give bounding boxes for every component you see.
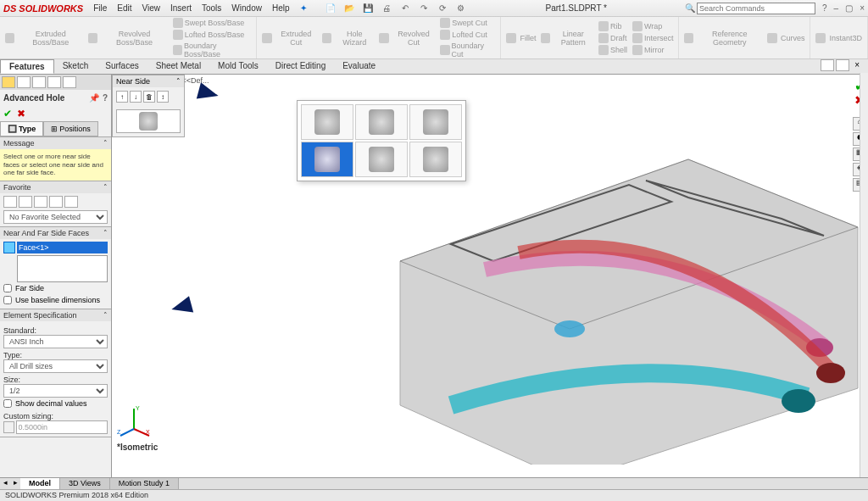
view-triad[interactable]: Y X Z *Isometric: [117, 404, 158, 452]
instant3d-button[interactable]: Instant3D: [815, 32, 862, 44]
help-icon[interactable]: ?: [822, 3, 827, 13]
element-spec-header[interactable]: Element Specification˄: [0, 309, 111, 321]
face-selection-box[interactable]: [17, 255, 108, 282]
boundary-boss-button[interactable]: Boundary Boss/Base: [173, 41, 252, 59]
intersect-button[interactable]: Intersect: [632, 32, 674, 44]
3d-model[interactable]: [349, 109, 868, 465]
insert-below-icon[interactable]: ↓: [130, 91, 142, 103]
model-tab[interactable]: Model: [20, 478, 60, 489]
cancel-button[interactable]: ✖: [17, 108, 25, 120]
tab-sheet-metal[interactable]: Sheet Metal: [147, 59, 209, 74]
open-icon[interactable]: 📂: [342, 3, 356, 13]
fav-delete-icon[interactable]: [34, 196, 47, 208]
tab-mold-tools[interactable]: Mold Tools: [209, 59, 267, 74]
new-icon[interactable]: 📄: [324, 3, 337, 13]
print-icon[interactable]: 🖨: [380, 3, 393, 13]
undo-icon[interactable]: ↶: [398, 3, 412, 13]
collapse-icon[interactable]: [836, 59, 849, 71]
insert-above-icon[interactable]: ↑: [116, 91, 128, 103]
ok-button[interactable]: ✔: [3, 108, 12, 120]
menu-insert[interactable]: Insert: [170, 3, 192, 13]
lofted-boss-button[interactable]: Lofted Boss/Base: [173, 29, 252, 41]
menu-help[interactable]: Help: [272, 3, 290, 13]
rebuild-icon[interactable]: ⟳: [436, 3, 449, 13]
tab-features[interactable]: Features: [0, 59, 54, 74]
draft-button[interactable]: Draft: [598, 32, 627, 44]
face-selector-icon[interactable]: [3, 242, 15, 253]
swept-boss-button[interactable]: Swept Boss/Base: [173, 17, 252, 29]
vertical-scrollbar[interactable]: [860, 73, 868, 477]
delete-element-icon[interactable]: 🗑: [143, 91, 155, 103]
tab-evaluate[interactable]: Evaluate: [334, 59, 384, 74]
counterbore-near-icon[interactable]: [301, 104, 353, 140]
tab-scroll-left-icon[interactable]: ◂: [0, 478, 10, 489]
fav-add-icon[interactable]: [19, 196, 32, 208]
graphics-viewport[interactable]: ▸ ⬢ Part1 (Default<<Def... Near Side˄ ↑ …: [112, 75, 868, 477]
menu-file[interactable]: File: [93, 3, 107, 13]
far-side-checkbox[interactable]: [3, 284, 12, 292]
collapse-icon[interactable]: ˄: [103, 311, 108, 320]
options-icon[interactable]: ⚙: [454, 3, 468, 13]
tab-sketch[interactable]: Sketch: [54, 59, 97, 74]
collapse-icon[interactable]: ˄: [103, 183, 108, 192]
use-baseline-checkbox[interactable]: [3, 296, 12, 304]
maximize-icon[interactable]: ▢: [845, 3, 853, 13]
help-fm-icon[interactable]: ?: [103, 93, 108, 103]
menu-pin-icon[interactable]: ✦: [300, 3, 307, 13]
dim-expert-tab-icon[interactable]: [47, 76, 61, 88]
close-icon[interactable]: ×: [860, 3, 865, 13]
fillet-button[interactable]: Fillet: [506, 20, 536, 56]
property-mgr-tab-icon[interactable]: [17, 76, 31, 88]
fav-save-icon[interactable]: [49, 196, 63, 208]
fav-apply-icon[interactable]: [3, 196, 17, 208]
tab-direct-editing[interactable]: Direct Editing: [267, 59, 334, 74]
positions-tab[interactable]: ⊞Positions: [43, 121, 98, 136]
mirror-button[interactable]: Mirror: [632, 44, 674, 56]
hole-wizard-button[interactable]: Hole Wizard: [322, 17, 374, 59]
custom-sizing-input[interactable]: [16, 420, 108, 434]
fav-load-icon[interactable]: [64, 196, 78, 208]
motion-study-tab[interactable]: Motion Study 1: [110, 478, 179, 489]
revolved-cut-button[interactable]: Revolved Cut: [379, 17, 435, 59]
message-header[interactable]: Message˄: [0, 137, 111, 149]
display-mgr-tab-icon[interactable]: [63, 76, 76, 88]
wrap-button[interactable]: Wrap: [632, 20, 674, 32]
feature-tree-tab-icon[interactable]: [2, 76, 15, 88]
type-select[interactable]: All Drill sizes: [3, 359, 108, 373]
curves-button[interactable]: Curves: [767, 29, 805, 47]
favorite-select[interactable]: No Favorite Selected: [3, 210, 108, 224]
swept-cut-button[interactable]: Swept Cut: [440, 17, 495, 29]
save-icon[interactable]: 💾: [361, 3, 375, 13]
revolved-boss-button[interactable]: Revolved Boss/Base: [88, 17, 168, 59]
extruded-boss-button[interactable]: Extruded Boss/Base: [5, 17, 83, 59]
menu-edit[interactable]: Edit: [117, 3, 131, 13]
redo-icon[interactable]: ↷: [417, 3, 431, 13]
collapse-icon[interactable]: ˄: [103, 139, 108, 148]
shell-button[interactable]: Shell: [598, 44, 627, 56]
hole-simple-icon[interactable]: [301, 142, 353, 177]
ref-geometry-button[interactable]: Reference Geometry: [684, 29, 762, 47]
menu-view[interactable]: View: [142, 3, 160, 13]
collapse-icon[interactable]: ˄: [103, 229, 108, 237]
boundary-cut-button[interactable]: Boundary Cut: [440, 41, 495, 59]
extruded-cut-button[interactable]: Extruded Cut: [262, 17, 317, 59]
config-mgr-tab-icon[interactable]: [32, 76, 46, 88]
rib-button[interactable]: Rib: [598, 20, 627, 32]
expand-tree-icon[interactable]: [821, 59, 834, 71]
hole-element-preview[interactable]: [116, 109, 181, 133]
show-decimal-checkbox[interactable]: [3, 399, 12, 408]
favorite-header[interactable]: Favorite˄: [0, 181, 111, 193]
tab-scroll-right-icon[interactable]: ▸: [10, 478, 20, 489]
selected-face[interactable]: Face<1>: [17, 242, 108, 253]
size-select[interactable]: 1/2: [3, 384, 108, 398]
near-side-collapse-icon[interactable]: ˄: [176, 77, 181, 86]
minimize-icon[interactable]: –: [834, 3, 839, 13]
lofted-cut-button[interactable]: Lofted Cut: [440, 29, 495, 41]
linear-pattern-button[interactable]: Linear Pattern: [541, 20, 593, 56]
tab-surfaces[interactable]: Surfaces: [97, 59, 147, 74]
menu-window[interactable]: Window: [231, 3, 262, 13]
standard-select[interactable]: ANSI Inch: [3, 335, 108, 348]
doc-close-icon[interactable]: ×: [851, 59, 863, 74]
type-tab[interactable]: 🔲Type: [0, 121, 43, 136]
3d-views-tab[interactable]: 3D Views: [60, 478, 110, 489]
